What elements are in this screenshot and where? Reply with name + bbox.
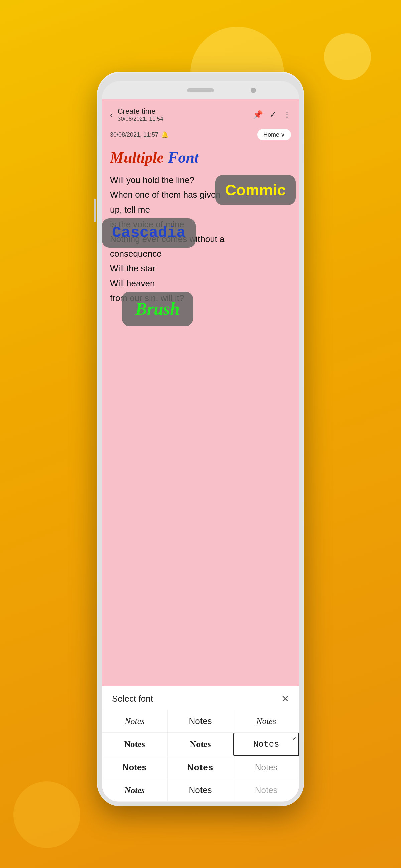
brush-label: Brush: [135, 300, 180, 318]
font-option-12[interactable]: Notes: [233, 779, 299, 802]
commic-tooltip: Commic: [215, 175, 296, 205]
note-line-7: Will the star: [110, 261, 291, 276]
panel-close-button[interactable]: ✕: [281, 693, 289, 705]
phone-screen: ‹ Create time 30/08/2021, 11:54 📌 ✓ ⋮ 30…: [102, 99, 299, 802]
header-actions: 📌 ✓ ⋮: [253, 110, 291, 119]
bg-decoration-circle-3: [13, 781, 80, 848]
font-option-1[interactable]: Notes: [102, 710, 168, 733]
note-line-6: consequence: [110, 246, 291, 261]
date-value: 30/08/2021, 11:57: [110, 131, 159, 138]
font-option-11[interactable]: Notes: [168, 779, 234, 802]
home-tag[interactable]: Home ∨: [257, 129, 291, 140]
font-option-5[interactable]: Notes: [168, 733, 234, 756]
date-text: 30/08/2021, 11:57 🔔: [110, 131, 168, 138]
pin-button[interactable]: 📌: [253, 110, 263, 119]
header-left: ‹ Create time 30/08/2021, 11:54: [110, 107, 164, 122]
brush-tooltip: Brush: [122, 292, 193, 326]
font-option-6-selected[interactable]: Notes ✓: [233, 733, 299, 756]
date-row: 30/08/2021, 11:57 🔔 Home ∨: [102, 126, 299, 145]
selected-checkmark: ✓: [293, 735, 296, 742]
header-title-block: Create time 30/08/2021, 11:54: [118, 107, 164, 122]
note-content-area: Multiple Font Will you hold the line? Wh…: [102, 145, 299, 686]
font-option-4[interactable]: Notes: [102, 733, 168, 756]
phone-speaker: [187, 89, 214, 92]
phone-frame: ‹ Create time 30/08/2021, 11:54 📌 ✓ ⋮ 30…: [97, 72, 304, 806]
header-title: Create time: [118, 107, 164, 116]
header-subtitle: 30/08/2021, 11:54: [118, 116, 164, 122]
check-button[interactable]: ✓: [270, 110, 276, 119]
commic-label: Commic: [225, 181, 286, 199]
back-button[interactable]: ‹: [110, 110, 113, 120]
cascadia-label: Cascadia: [112, 224, 186, 242]
font-option-10[interactable]: Notes: [102, 779, 168, 802]
phone-side-button: [93, 199, 96, 222]
font-option-3[interactable]: Notes: [233, 710, 299, 733]
font-option-9[interactable]: Notes: [233, 756, 299, 779]
more-button[interactable]: ⋮: [283, 110, 291, 119]
panel-header: Select font ✕: [102, 686, 299, 710]
app-header: ‹ Create time 30/08/2021, 11:54 📌 ✓ ⋮: [102, 99, 299, 126]
home-label: Home: [263, 131, 279, 138]
font-option-8[interactable]: Notes: [168, 756, 234, 779]
font-option-2[interactable]: Notes: [168, 710, 234, 733]
bg-decoration-circle-2: [324, 33, 371, 80]
note-line-8: Will heaven: [110, 276, 291, 291]
font-grid: Notes Notes Notes Notes Notes Notes ✓: [102, 710, 299, 802]
phone-top-bar: [102, 81, 299, 99]
font-selector-panel: Select font ✕ Notes Notes Notes Notes: [102, 686, 299, 802]
note-title-word2: Font: [168, 149, 199, 166]
alarm-icon[interactable]: 🔔: [161, 131, 168, 138]
phone-camera: [251, 88, 256, 93]
note-title-word1: Multiple: [110, 149, 164, 166]
cascadia-tooltip: Cascadia: [102, 218, 196, 248]
chevron-down-icon: ∨: [281, 131, 285, 138]
panel-title: Select font: [112, 694, 153, 704]
note-title: Multiple Font: [110, 148, 291, 166]
font-option-7[interactable]: Notes: [102, 756, 168, 779]
